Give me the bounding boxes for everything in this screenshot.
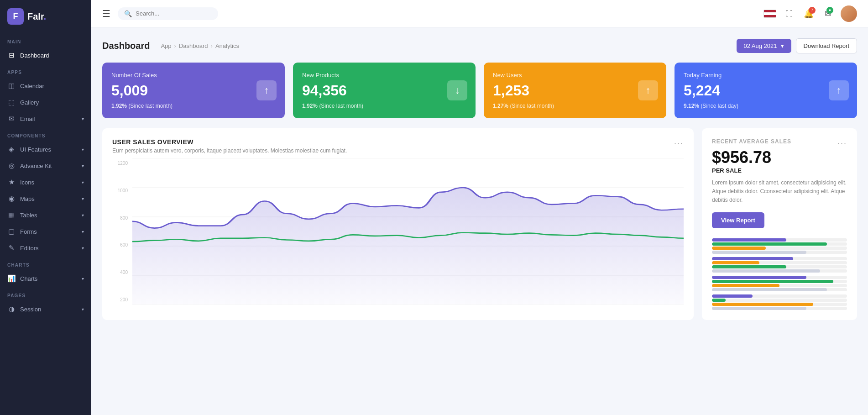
logo-name: Falr. (27, 11, 46, 22)
stat-value: 5,009 (111, 82, 276, 99)
editors-icon: ✎ (7, 244, 16, 252)
sidebar-item-label: Advance Kit (20, 163, 77, 169)
breadcrumb-dashboard: Dashboard (179, 42, 208, 49)
forms-icon: ▢ (7, 227, 16, 236)
tables-icon: ▦ (7, 211, 16, 219)
sidebar-item-advance-kit[interactable]: ◎ Advance Kit ▾ (0, 158, 91, 174)
chevron-down-icon: ▾ (82, 213, 84, 218)
stat-sub: 1.92% (Since last month) (302, 103, 466, 109)
sidebar-item-label: Email (20, 116, 77, 122)
sidebar-item-email[interactable]: ✉ Email ▾ (0, 110, 91, 127)
chart-title: USER SALES OVERVIEW (112, 138, 347, 146)
chart-subtitle: Eum perspiciatis autem vero, corporis, i… (112, 147, 347, 154)
stat-sub: 9.12% (Since last day) (684, 103, 848, 109)
gallery-icon: ⬚ (7, 98, 16, 106)
sidebar-item-label: Gallery (20, 99, 84, 106)
chart-more-icon[interactable]: ··· (674, 138, 684, 148)
dashboard-icon: ⊟ (7, 51, 16, 59)
messages-button[interactable]: ✉ ● (823, 7, 833, 21)
sidebar-item-dashboard[interactable]: ⊟ Dashboard (0, 47, 91, 63)
bar-row (712, 294, 847, 310)
sidebar-item-icons[interactable]: ★ Icons ▾ (0, 174, 91, 190)
sidebar-item-calendar[interactable]: ◫ Calendar (0, 78, 91, 94)
stat-icon: ↑ (256, 80, 277, 100)
stat-label: Number Of Sales (111, 72, 276, 79)
per-sale-label: PER SALE (712, 167, 847, 174)
sidebar-item-forms[interactable]: ▢ Forms ▾ (0, 223, 91, 240)
logo-icon: F (7, 8, 24, 25)
topbar: ☰ 🔍 ⛶ 🔔 7 ✉ ● (91, 0, 868, 27)
sidebar-item-editors[interactable]: ✎ Editors ▾ (0, 240, 91, 256)
date-picker-button[interactable]: 02 Aug 2021 ▾ (737, 39, 791, 53)
page-header-actions: 02 Aug 2021 ▾ Download Report (737, 38, 857, 53)
sidebar-item-label: Tables (20, 212, 77, 219)
stat-value: 1,253 (493, 82, 657, 99)
panel-more-icon[interactable]: ··· (837, 138, 847, 148)
maps-icon: ◉ (7, 194, 16, 203)
sidebar-item-charts[interactable]: 📊 Charts ▾ (0, 270, 91, 287)
menu-icon[interactable]: ☰ (102, 8, 110, 19)
sidebar-item-label: Forms (20, 228, 77, 235)
stat-sub: 1.92% (Since last month) (111, 103, 276, 109)
message-badge: ● (826, 7, 833, 14)
advance-kit-icon: ◎ (7, 162, 16, 170)
flag-icon[interactable] (763, 10, 776, 18)
breadcrumb-app: App (161, 42, 171, 49)
chevron-down-icon: ▾ (82, 147, 84, 152)
download-report-button[interactable]: Download Report (796, 38, 857, 53)
notifications-button[interactable]: 🔔 7 (802, 7, 816, 21)
sidebar-item-gallery[interactable]: ⬚ Gallery (0, 94, 91, 110)
recent-sales-amount: $956.78 (712, 148, 847, 167)
stat-icon: ↓ (447, 80, 467, 100)
sidebar-item-tables[interactable]: ▦ Tables ▾ (0, 207, 91, 223)
stat-icon: ↑ (638, 80, 658, 100)
sidebar-item-session[interactable]: ◑ Session ▾ (0, 301, 91, 317)
chevron-down-icon: ▾ (82, 196, 84, 201)
recent-sales-title: RECENT AVERAGE SALES (712, 138, 791, 145)
chevron-down-icon: ▾ (82, 276, 84, 281)
chevron-down-icon: ▾ (82, 116, 84, 121)
sidebar-section-main: MAIN (0, 33, 91, 47)
chevron-down-icon: ▾ (781, 42, 784, 49)
stat-icon: ↑ (829, 80, 849, 100)
ui-features-icon: ◈ (7, 145, 16, 153)
stat-value: 94,356 (302, 82, 466, 99)
chevron-down-icon: ▾ (82, 163, 84, 168)
sidebar-section-apps: APPS (0, 63, 91, 78)
stat-card-sales: Number Of Sales 5,009 1.92% (Since last … (102, 63, 285, 118)
email-icon: ✉ (7, 115, 16, 123)
recent-sales-desc: Lorem ipsum dolor sit amet, consectetur … (712, 179, 847, 205)
session-icon: ◑ (7, 305, 16, 313)
sidebar-item-maps[interactable]: ◉ Maps ▾ (0, 190, 91, 207)
chevron-down-icon: ▾ (82, 180, 84, 185)
stat-label: Today Earning (684, 72, 848, 79)
avatar[interactable] (841, 5, 857, 22)
page-header: Dashboard App › Dashboard › Analytics 02… (102, 38, 857, 53)
calendar-icon: ◫ (7, 82, 16, 90)
sidebar-item-ui-features[interactable]: ◈ UI Features ▾ (0, 141, 91, 158)
charts-icon: 📊 (7, 274, 16, 283)
breadcrumb-analytics: Analytics (215, 42, 239, 49)
search-input[interactable] (136, 10, 209, 17)
sidebar-section-components: COMPONENTS (0, 127, 91, 141)
search-box[interactable]: 🔍 (118, 7, 218, 20)
chevron-down-icon: ▾ (82, 246, 84, 251)
stat-label: New Users (493, 72, 657, 79)
fullscreen-button[interactable]: ⛶ (784, 8, 795, 20)
sidebar-item-label: UI Features (20, 146, 77, 153)
sidebar-item-label: Editors (20, 245, 77, 252)
sidebar-item-label: Calendar (20, 83, 84, 89)
logo[interactable]: F Falr. (0, 0, 91, 33)
stat-label: New Products (302, 72, 466, 79)
sidebar-item-label: Charts (20, 275, 77, 282)
sidebar-section-pages: PAGES (0, 287, 91, 301)
page-title: Dashboard (102, 41, 150, 51)
content-area: Dashboard App › Dashboard › Analytics 02… (91, 27, 868, 415)
bar-row (712, 276, 847, 291)
sidebar-item-label: Dashboard (20, 52, 84, 59)
bar-row (712, 257, 847, 273)
stat-card-products: New Products 94,356 1.92% (Since last mo… (293, 63, 476, 118)
icons-icon: ★ (7, 178, 16, 186)
view-report-button[interactable]: View Report (712, 212, 764, 228)
sidebar-item-label: Session (20, 306, 77, 313)
